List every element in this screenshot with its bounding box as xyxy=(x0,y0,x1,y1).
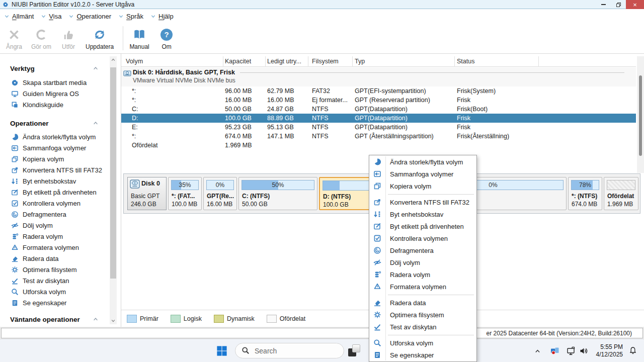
undo-button[interactable]: Ångra xyxy=(4,27,24,50)
window-title: NIUBI Partition Editor v10.2.0 - Server … xyxy=(12,1,134,8)
redo-button[interactable]: Gör om xyxy=(31,27,51,50)
notifications-button[interactable] xyxy=(629,346,637,354)
partition-block-unallocated[interactable]: Ofördelat1.969 MB xyxy=(604,177,638,210)
apply-button[interactable]: Utför xyxy=(58,27,78,50)
ctx-properties[interactable]: Se egenskaper xyxy=(369,349,476,361)
ctx-copy[interactable]: Kopiera volym xyxy=(369,180,476,192)
merge-icon xyxy=(11,144,19,152)
legend-swatch xyxy=(267,315,277,323)
close-button[interactable]: × xyxy=(626,0,644,9)
search-icon xyxy=(242,346,250,354)
sidebar-item-drive-letter[interactable]: Byt enhetsbokstav xyxy=(0,175,110,187)
sidebar-header-operationer[interactable]: Operationer xyxy=(0,118,110,128)
refresh-button[interactable]: Uppdatera xyxy=(86,27,114,50)
col-volym[interactable]: Volym xyxy=(126,58,143,65)
sidebar-item-merge[interactable]: Sammanfoga volymer xyxy=(0,142,110,153)
start-button[interactable] xyxy=(216,345,227,356)
sidebar-item-explore[interactable]: Utforska volym xyxy=(0,286,110,297)
minimize-button[interactable] xyxy=(596,0,611,9)
table-row[interactable]: Ofördelat1.969 MB xyxy=(121,141,636,150)
sidebar-item-bootable-media[interactable]: Skapa startbart media xyxy=(0,77,110,88)
usage-bar: 35% xyxy=(171,180,199,190)
ctx-merge[interactable]: Sammanfoga volymer xyxy=(369,168,476,180)
disk-group-row[interactable]: Disk 0: Hårddisk, Basic GPT, Frisk VMwar… xyxy=(121,67,636,86)
sidebar-item-resize-move[interactable]: Ändra storlek/flytta volym xyxy=(0,131,110,142)
disk-info-block[interactable]: Disk 0 Basic GPT 246.0 GB xyxy=(127,177,167,210)
sidebar-item-convert[interactable]: Konvertera NTFS till FAT32 xyxy=(0,164,110,175)
col-kapacitet[interactable]: Kapacitet xyxy=(225,58,251,65)
defrag-icon xyxy=(373,246,381,254)
surface-test-icon xyxy=(11,277,19,285)
network-button[interactable] xyxy=(567,346,576,355)
menu-visa[interactable]: Visa xyxy=(41,13,61,20)
sidebar-item-surface-test[interactable]: Test av diskytan xyxy=(0,275,110,286)
col-filsystem[interactable]: Filsystem xyxy=(312,58,339,65)
table-header[interactable]: Volym Kapacitet Ledigt utry... Filsystem… xyxy=(121,56,636,67)
sidebar-item-migrate-os[interactable]: Guiden Migrera OS xyxy=(0,88,110,99)
ctx-convert[interactable]: Konvertera NTFS till FAT32 xyxy=(369,196,476,208)
restore-button[interactable] xyxy=(611,0,626,9)
menu-allmant[interactable]: Allmänt xyxy=(4,13,34,20)
ctx-optimize[interactable]: Optimera filsystem xyxy=(369,309,476,321)
volume-button[interactable] xyxy=(579,346,588,355)
sidebar-item-clone-disk[interactable]: Klondiskguide xyxy=(0,99,110,110)
ctx-format[interactable]: Formatera volymen xyxy=(369,281,476,293)
table-row[interactable]: E:95.23 GB95.13 GBNTFSGPT(Datapartition)… xyxy=(121,123,636,132)
menu-operationer[interactable]: Operationer xyxy=(68,13,111,20)
table-row[interactable]: *:16.00 MB16.00 MBEj formater...GPT (Res… xyxy=(121,96,636,105)
sidebar-header-verktyg[interactable]: Verktyg xyxy=(0,63,110,73)
sidebar-header-pending[interactable]: Väntande operationer xyxy=(0,314,110,324)
scrollbar-thumb[interactable] xyxy=(639,75,642,156)
ctx-resize-move[interactable]: Ändra storlek/flytta volym xyxy=(369,156,476,168)
col-ledigt[interactable]: Ledigt utry... xyxy=(267,58,301,65)
partition-block-reserved[interactable]: 0% GPT(Re...16.00 MB xyxy=(203,177,237,210)
usage-bar: 50% xyxy=(242,180,314,190)
sidebar-item-check-volume[interactable]: Kontrollera volymen xyxy=(0,198,110,209)
table-row[interactable]: C:50.00 GB24.87 GBNTFSGPT(Datapartition)… xyxy=(121,105,636,114)
tray-overflow-button[interactable] xyxy=(534,348,541,354)
sidebar-item-erase-data[interactable]: Radera data xyxy=(0,253,110,264)
task-view-button[interactable] xyxy=(348,344,361,357)
sidebar-item-copy[interactable]: Kopiera volym xyxy=(0,153,110,164)
table-row[interactable]: *:96.00 MB62.79 MBFAT32GPT(EFI-systempar… xyxy=(121,86,636,96)
table-row[interactable]: *:674.0 MB147.1 MBNTFSGPT (Återställning… xyxy=(121,132,636,141)
search-input[interactable] xyxy=(235,343,344,358)
ctx-delete-volume[interactable]: Radera volym xyxy=(369,268,476,281)
taskbar-clock[interactable]: 5:55 PM 4/12/2025 xyxy=(596,343,623,358)
scroll-down-icon[interactable] xyxy=(110,317,117,324)
ctx-drive-letter[interactable]: Byt enhetsbokstav xyxy=(369,208,476,220)
erase-data-icon xyxy=(373,299,381,307)
about-button[interactable]: ?Om xyxy=(156,27,177,50)
tray-app-icon[interactable] xyxy=(550,347,559,355)
sidebar-item-format[interactable]: Formatera volymen xyxy=(0,242,110,253)
sidebar-item-defrag[interactable]: Defragmentera xyxy=(0,209,110,220)
table-scrollbar[interactable] xyxy=(637,56,644,173)
sidebar-item-delete-volume[interactable]: Radera volym xyxy=(0,231,110,242)
sidebar-item-label[interactable]: Byt etikett på drivenheten xyxy=(0,187,110,198)
sidebar-item-properties[interactable]: Se egenskaper xyxy=(0,297,110,308)
partition-block-efi[interactable]: 35% *: (FAT...100.0 MB xyxy=(168,177,202,210)
menu-hjalp[interactable]: Hjälp xyxy=(150,13,174,20)
ctx-erase-data[interactable]: Radera data xyxy=(369,297,476,309)
partition-block-c[interactable]: 50% C: (NTFS)50.00 GB xyxy=(238,177,317,210)
sidebar-scrollbar[interactable] xyxy=(110,56,117,324)
ctx-label[interactable]: Byt etikett på drivenheten xyxy=(369,220,476,232)
partition-block-recovery[interactable]: 78% *: (NTFS)674.0 MB xyxy=(568,177,602,210)
ctx-surface-test[interactable]: Test av diskytan xyxy=(369,321,476,333)
col-status[interactable]: Status xyxy=(457,58,474,65)
ctx-defrag[interactable]: Defragmentera xyxy=(369,244,476,256)
network-display-icon xyxy=(567,346,576,355)
ctx-explore[interactable]: Utforska volym xyxy=(369,337,476,349)
ctx-hide-volume[interactable]: Dölj volym xyxy=(369,256,476,268)
scrollbar-thumb[interactable] xyxy=(110,67,116,279)
table-row-selected[interactable]: D:100.0 GB88.89 GBNTFSGPT(Datapartition)… xyxy=(121,114,636,123)
optimize-icon xyxy=(373,311,381,319)
col-typ[interactable]: Typ xyxy=(355,58,365,65)
menu-sprak[interactable]: Språk xyxy=(118,13,143,20)
manual-button[interactable]: Manual xyxy=(129,27,149,50)
ctx-check-volume[interactable]: Kontrollera volymen xyxy=(369,232,476,244)
scroll-up-icon[interactable] xyxy=(110,56,117,63)
sidebar-item-hide-volume[interactable]: Dölj volym xyxy=(0,220,110,231)
taskbar-search[interactable] xyxy=(235,343,344,358)
sidebar-item-optimize[interactable]: Optimera filsystem xyxy=(0,264,110,275)
